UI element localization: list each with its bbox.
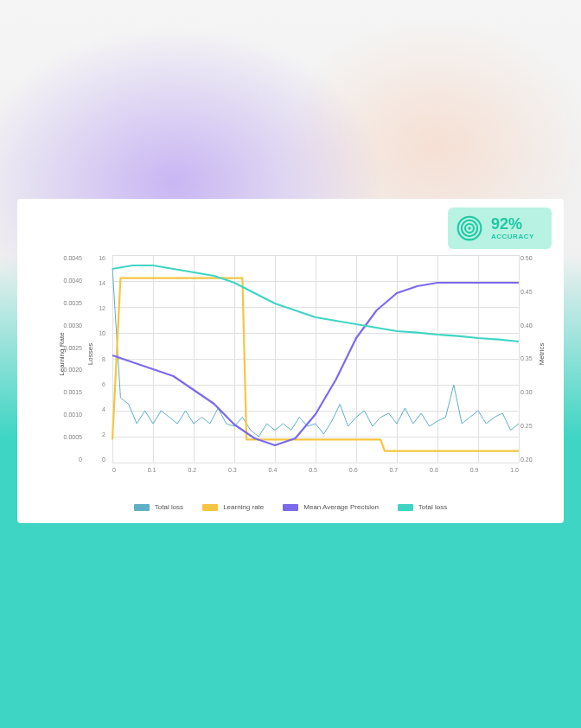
- legend-swatch: [283, 504, 298, 511]
- legend-swatch: [398, 504, 413, 511]
- series-line: [112, 278, 519, 451]
- plot-svg: [112, 255, 519, 463]
- legend-item-map: Mean Average Precision: [283, 503, 379, 511]
- legend-item-total-loss-1: Total loss: [134, 503, 183, 511]
- svg-point-3: [468, 227, 470, 229]
- legend-swatch: [134, 504, 150, 511]
- y-axis-learning-rate: 0.0045 0.0040 0.0035 0.0030 0.0025 0.002…: [52, 255, 82, 463]
- x-axis: 0 0.1 0.2 0.3 0.4 0.5 0.6 0.7 0.8 0.9 1.…: [112, 467, 519, 480]
- accuracy-badge: 92% ACCURACY: [448, 208, 552, 249]
- y-axis-metrics: 0.50 0.45 0.40 0.35 0.30 0.25 0.20: [520, 255, 545, 463]
- accuracy-label: ACCURACY: [491, 233, 534, 240]
- chart-legend: Total loss Learning rate Mean Average Pr…: [17, 503, 564, 511]
- chart-card: 92% ACCURACY Learning Rate Losses Metric…: [17, 199, 564, 523]
- legend-item-learning-rate: Learning rate: [202, 503, 264, 511]
- legend-item-total-loss-2: Total loss: [398, 503, 447, 511]
- series-line: [112, 268, 519, 437]
- accuracy-value: 92%: [491, 216, 534, 232]
- series-line: [112, 265, 519, 342]
- chart-area: Learning Rate Losses Metrics 0.0045 0.00…: [52, 255, 545, 497]
- legend-swatch: [202, 504, 218, 511]
- plot-region: [112, 255, 519, 463]
- target-icon: [456, 215, 482, 241]
- y-axis-losses: 16 14 12 10 8 6 4 2 0: [88, 255, 105, 463]
